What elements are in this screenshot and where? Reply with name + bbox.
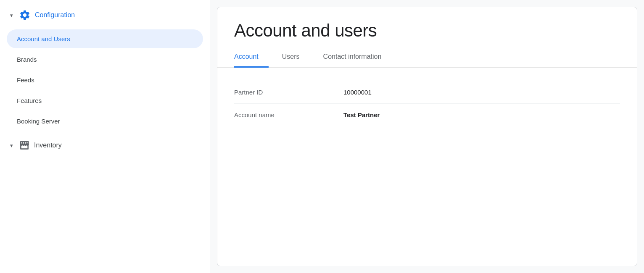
main-content: Account and users Account Users Contact … bbox=[217, 7, 637, 266]
inventory-section-header[interactable]: ▾ Inventory bbox=[7, 131, 203, 155]
sidebar-item-feeds[interactable]: Feeds bbox=[7, 71, 203, 89]
partner-id-row: Partner ID 10000001 bbox=[234, 81, 620, 104]
account-name-row: Account name Test Partner bbox=[234, 104, 620, 126]
account-info-table: Partner ID 10000001 Account name Test Pa… bbox=[234, 81, 620, 126]
sidebar-item-brands[interactable]: Brands bbox=[7, 50, 203, 69]
partner-id-value: 10000001 bbox=[343, 89, 372, 96]
account-name-value: Test Partner bbox=[343, 111, 380, 118]
inventory-label: Inventory bbox=[34, 142, 62, 149]
tab-account[interactable]: Account bbox=[234, 48, 269, 68]
configuration-label: Configuration bbox=[35, 11, 75, 19]
page-title: Account and users bbox=[217, 7, 637, 41]
configuration-chevron-icon: ▾ bbox=[10, 12, 13, 18]
sidebar-item-booking-server[interactable]: Booking Server bbox=[7, 112, 203, 131]
store-icon bbox=[19, 140, 30, 151]
account-name-label: Account name bbox=[234, 111, 343, 118]
tab-contact-information[interactable]: Contact information bbox=[323, 48, 392, 68]
gear-icon bbox=[19, 9, 31, 21]
configuration-section-header[interactable]: ▾ Configuration bbox=[7, 0, 203, 29]
inventory-chevron-icon: ▾ bbox=[10, 142, 13, 149]
sidebar-item-account-and-users[interactable]: Account and Users bbox=[7, 29, 203, 48]
tab-users[interactable]: Users bbox=[282, 48, 310, 68]
sidebar: ▾ Configuration Account and Users Brands… bbox=[0, 0, 210, 273]
tabs: Account Users Contact information bbox=[217, 47, 637, 68]
sidebar-item-features[interactable]: Features bbox=[7, 91, 203, 110]
account-content: Partner ID 10000001 Account name Test Pa… bbox=[217, 68, 637, 266]
partner-id-label: Partner ID bbox=[234, 89, 343, 96]
